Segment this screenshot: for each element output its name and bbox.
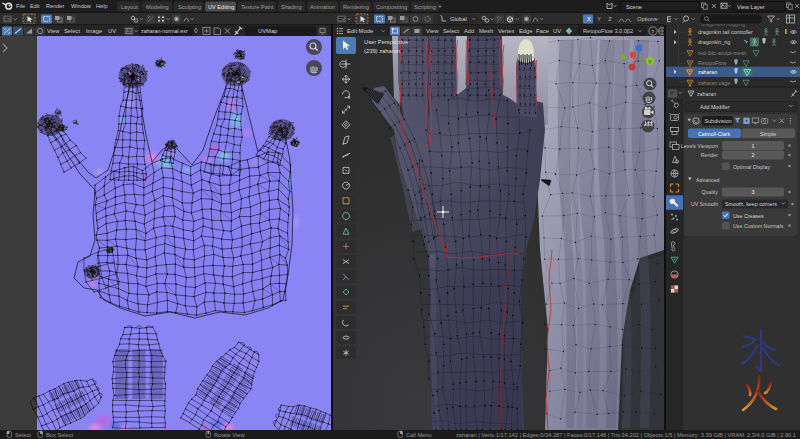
svg-text:Mesh: Mesh [479,28,493,34]
svg-text:Render: Render [46,3,64,9]
svg-text:Face: Face [536,28,549,34]
svg-text:Modeling: Modeling [146,4,169,10]
svg-text:User Perspective: User Perspective [364,39,408,45]
svg-text:Sculpting: Sculpting [178,4,201,10]
svg-text:Animation: Animation [310,4,335,10]
svg-text:X: X [587,16,591,22]
svg-text:Use Custom Normals: Use Custom Normals [733,223,784,229]
svg-text:zaharan | Verts:1/17,142 | Edg: zaharan | Verts:1/17,142 | Edges:0/34,28… [456,432,796,438]
svg-text:View Layer: View Layer [737,4,765,10]
svg-text:(239) zaharan: (239) zaharan [364,48,400,54]
svg-text:zaharan: zaharan [697,91,716,97]
svg-text:Scripting: Scripting [414,4,436,10]
svg-text:Edit Mode: Edit Mode [347,28,373,34]
svg-text:Help: Help [96,3,108,9]
svg-text:Call Menu: Call Menu [406,432,432,438]
svg-text:Subdivision: Subdivision [705,118,732,124]
svg-text:dragonkin tail controller: dragonkin tail controller [698,29,753,35]
svg-text:Optimal Display: Optimal Display [733,164,770,170]
svg-text:Scene: Scene [626,4,642,10]
svg-text:UV Editing: UV Editing [208,4,234,10]
svg-text:Render: Render [701,152,719,158]
svg-text:Quality: Quality [702,189,719,195]
svg-text:2: 2 [752,152,755,158]
svg-text:Add: Add [464,28,474,34]
svg-text:Z: Z [608,16,612,22]
svg-text:1: 1 [752,143,755,149]
svg-text:Rendering: Rendering [343,4,369,10]
svg-text:Smooth, keep corners: Smooth, keep corners [725,201,777,207]
svg-text:Simple: Simple [760,131,776,137]
svg-text:Advanced: Advanced [696,177,720,183]
svg-text:zaharan-normal.exr: zaharan-normal.exr [141,28,188,34]
svg-text:View: View [426,28,439,34]
svg-text:UVMap: UVMap [258,28,277,34]
svg-text:Select: Select [443,28,460,34]
svg-text:Add Modifier: Add Modifier [700,104,730,110]
svg-text:3: 3 [752,189,755,195]
svg-text:Select: Select [15,432,31,438]
svg-text:zaharan cage: zaharan cage [698,80,730,86]
svg-text:dragonkin-hugging: dragonkin-hugging [701,24,745,27]
svg-text:Catmull-Clark: Catmull-Clark [698,131,730,137]
svg-text:dragonkin_rig: dragonkin_rig [698,39,730,45]
svg-text:Options: Options [637,16,657,22]
svg-text:Rotate View: Rotate View [214,432,245,438]
svg-text:red-3dc-sculpt-mesh: red-3dc-sculpt-mesh [698,50,746,56]
svg-text:File: File [16,3,25,9]
svg-text:Compositing: Compositing [376,4,407,10]
svg-text:Select: Select [64,28,81,34]
svg-text:+: + [438,3,442,10]
svg-text:Edit: Edit [30,3,40,9]
svg-text:Y: Y [648,59,652,65]
svg-text:UV: UV [553,28,561,34]
svg-text:Image: Image [86,28,102,34]
svg-text:Levels Viewport: Levels Viewport [681,143,719,149]
svg-text:Shading: Shading [281,4,302,10]
svg-text:Layout: Layout [121,4,138,10]
svg-text:Edge: Edge [519,28,533,34]
svg-text:Window: Window [71,3,92,9]
svg-text:UV Smooth: UV Smooth [691,201,718,207]
svg-text:View: View [47,28,60,34]
svg-text:UV: UV [108,28,116,34]
svg-text:RetopoFlow 3.0.0β2: RetopoFlow 3.0.0β2 [583,28,633,34]
svg-text:zaharan: zaharan [698,69,717,75]
svg-text:RetopoFlow: RetopoFlow [698,61,726,67]
svg-text:Use Creases: Use Creases [733,213,764,219]
svg-text:?: ? [651,29,654,35]
svg-text:Box Select: Box Select [46,432,74,438]
svg-text:Y: Y [597,16,601,22]
svg-text:Texture Paint: Texture Paint [241,4,274,10]
svg-text:Global: Global [450,16,467,22]
svg-text:Vertex: Vertex [498,28,515,34]
